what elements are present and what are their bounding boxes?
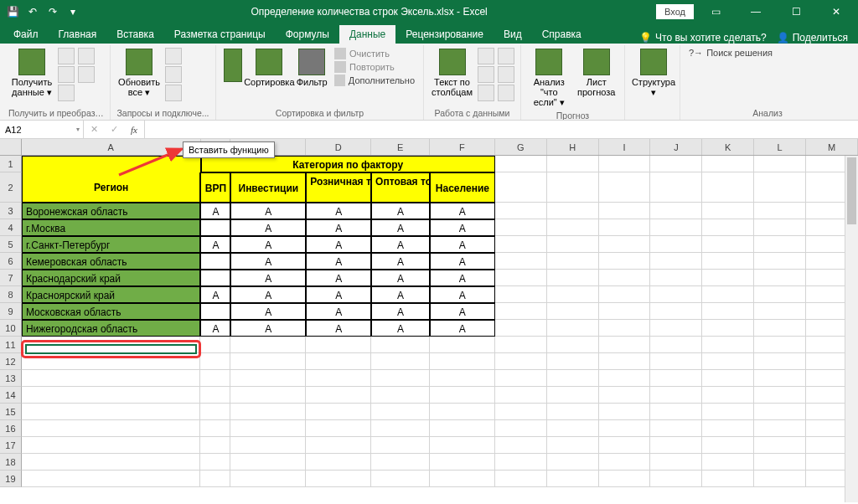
tab-formulas[interactable]: Формулы <box>276 25 339 44</box>
cell[interactable] <box>599 437 651 454</box>
cell[interactable] <box>754 236 806 253</box>
cell[interactable] <box>306 454 371 471</box>
cell[interactable] <box>547 286 599 303</box>
cell[interactable] <box>754 437 806 454</box>
login-button[interactable]: Вход <box>656 4 694 19</box>
cell[interactable] <box>754 219 806 236</box>
col-header[interactable]: F <box>430 139 495 155</box>
cell[interactable] <box>495 454 547 471</box>
row-header[interactable]: 1 <box>0 156 22 172</box>
cell[interactable] <box>495 156 547 172</box>
row-header[interactable]: 13 <box>0 370 22 387</box>
cell[interactable]: A <box>430 236 495 253</box>
cell[interactable] <box>650 370 702 387</box>
col-header[interactable]: E <box>371 139 430 155</box>
cell[interactable] <box>495 387 547 404</box>
cell[interactable]: A <box>430 286 495 303</box>
existing-conn-icon[interactable] <box>78 66 95 83</box>
cell[interactable] <box>754 353 806 370</box>
cell[interactable] <box>650 420 702 437</box>
cell[interactable] <box>547 172 599 203</box>
cell[interactable] <box>306 353 371 370</box>
cell[interactable] <box>702 172 754 203</box>
cell[interactable] <box>547 454 599 471</box>
cell[interactable] <box>547 320 599 337</box>
vertical-scrollbar[interactable] <box>845 156 858 502</box>
cell[interactable] <box>702 471 754 487</box>
cell[interactable] <box>371 337 430 353</box>
cell[interactable] <box>200 337 230 353</box>
flash-fill-icon[interactable] <box>478 48 494 64</box>
cell[interactable] <box>547 471 599 487</box>
cell[interactable] <box>650 454 702 471</box>
cell[interactable] <box>650 437 702 454</box>
cell[interactable]: A <box>230 219 306 236</box>
cell[interactable]: A <box>306 320 371 337</box>
cell[interactable] <box>230 404 306 420</box>
tab-home[interactable]: Главная <box>49 25 107 44</box>
cell[interactable]: A <box>306 219 371 236</box>
cell[interactable] <box>599 471 651 487</box>
cell[interactable] <box>371 370 430 387</box>
cell[interactable] <box>702 387 754 404</box>
cell[interactable] <box>22 156 201 172</box>
cell[interactable]: A <box>430 270 495 286</box>
cell[interactable]: Кемеровская область <box>22 253 201 270</box>
cell[interactable] <box>754 286 806 303</box>
cell[interactable] <box>754 156 806 172</box>
cell[interactable] <box>599 454 651 471</box>
cell[interactable] <box>702 420 754 437</box>
cell[interactable] <box>702 270 754 286</box>
cell[interactable]: A <box>230 320 306 337</box>
cell[interactable] <box>200 370 230 387</box>
cell[interactable] <box>22 471 201 487</box>
cell[interactable] <box>371 404 430 420</box>
cancel-formula-icon[interactable]: ✕ <box>84 121 104 138</box>
cell[interactable] <box>599 172 651 203</box>
cell[interactable] <box>599 156 651 172</box>
cell[interactable] <box>650 387 702 404</box>
cell[interactable] <box>599 236 651 253</box>
col-header[interactable]: G <box>495 139 547 155</box>
cell[interactable] <box>495 404 547 420</box>
cell[interactable] <box>495 337 547 353</box>
cell[interactable] <box>200 420 230 437</box>
cell[interactable] <box>22 404 201 420</box>
col-header[interactable]: J <box>650 139 702 155</box>
minimize-icon[interactable]: — <box>737 0 774 23</box>
cell[interactable] <box>547 270 599 286</box>
cell[interactable] <box>547 404 599 420</box>
cell[interactable] <box>650 172 702 203</box>
cell[interactable] <box>599 253 651 270</box>
cell[interactable] <box>650 236 702 253</box>
cell[interactable] <box>754 370 806 387</box>
close-icon[interactable]: ✕ <box>818 0 855 23</box>
cell[interactable] <box>200 253 230 270</box>
cell[interactable] <box>547 420 599 437</box>
cell[interactable] <box>371 454 430 471</box>
cell[interactable] <box>495 219 547 236</box>
cell[interactable] <box>754 471 806 487</box>
cell[interactable] <box>230 454 306 471</box>
cell[interactable]: A <box>371 219 430 236</box>
col-header[interactable]: I <box>599 139 651 155</box>
cell[interactable] <box>702 437 754 454</box>
text-to-columns-button[interactable]: Текст по столбцам <box>429 47 475 99</box>
accept-formula-icon[interactable]: ✓ <box>104 121 124 138</box>
cell[interactable] <box>650 219 702 236</box>
cell[interactable] <box>650 337 702 353</box>
row-header[interactable]: 7 <box>0 270 22 286</box>
cell[interactable] <box>495 303 547 320</box>
cell[interactable] <box>702 203 754 219</box>
from-web-icon[interactable] <box>58 66 75 83</box>
cell[interactable]: Оптовая торговля <box>371 172 430 203</box>
cell[interactable] <box>599 353 651 370</box>
solver-button[interactable]: ?→Поиск решения <box>685 47 776 59</box>
cell[interactable] <box>547 353 599 370</box>
row-header[interactable]: 12 <box>0 353 22 370</box>
undo-icon[interactable]: ↶ <box>23 3 42 21</box>
cell[interactable] <box>754 337 806 353</box>
cell[interactable] <box>495 420 547 437</box>
cell[interactable]: Категория по фактору <box>201 156 495 172</box>
cell[interactable] <box>650 286 702 303</box>
